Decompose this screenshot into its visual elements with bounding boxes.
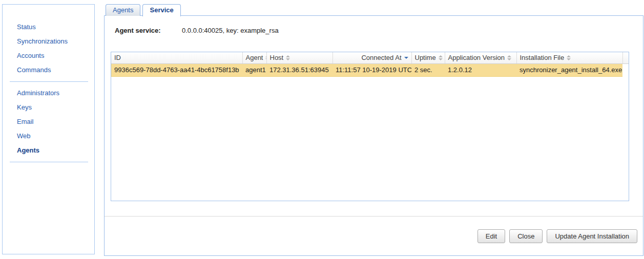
table-header-row: ID Agent Host Connected At <box>111 52 629 63</box>
agent-service-label: Agent service: <box>115 27 161 34</box>
column-header-agent[interactable]: Agent <box>242 52 266 63</box>
sidebar-item-keys[interactable]: Keys <box>3 100 94 115</box>
cell-uptime[interactable]: 2 sec. <box>411 63 445 76</box>
column-label: ID <box>114 54 121 61</box>
edit-button[interactable]: Edit <box>477 229 505 243</box>
sidebar-item-email[interactable]: Email <box>3 115 94 129</box>
column-header-uptime[interactable]: Uptime <box>411 52 445 63</box>
agent-service-line: Agent service: 0.0.0.0:40025, key: examp… <box>115 27 161 34</box>
sort-icon <box>507 55 511 60</box>
sort-icon <box>286 55 290 60</box>
column-header-id[interactable]: ID <box>111 52 242 63</box>
close-button[interactable]: Close <box>509 229 543 243</box>
column-label: Uptime <box>415 54 436 61</box>
main-panel: Agents Service Agent service: 0.0.0.0:40… <box>104 4 643 256</box>
sidebar-item-synchronizations[interactable]: Synchronizations <box>3 34 94 49</box>
sidebar-divider <box>10 81 88 82</box>
tab-bar: Agents Service <box>106 4 181 16</box>
cell-spacer <box>622 63 629 76</box>
column-header-connected-at[interactable]: Connected At <box>333 52 411 63</box>
cell-installation-file[interactable]: synchronizer_agent_install_64.exe <box>516 63 622 76</box>
column-label: Host <box>270 54 284 61</box>
sidebar-item-administrators[interactable]: Administrators <box>3 86 94 100</box>
tab-agents[interactable]: Agents <box>106 4 140 16</box>
table-row[interactable]: 9936c569-78dd-4763-aa41-4bc61758f13b age… <box>111 63 629 76</box>
column-header-spacer <box>622 52 629 63</box>
sidebar: Status Synchronizations Accounts Command… <box>2 4 95 254</box>
column-header-host[interactable]: Host <box>266 52 333 63</box>
cell-id[interactable]: 9936c569-78dd-4763-aa41-4bc61758f13b <box>111 63 242 76</box>
service-tab-panel: Agent service: 0.0.0.0:40025, key: examp… <box>104 15 643 256</box>
agents-table: ID Agent Host Connected At <box>111 52 629 201</box>
sort-icon <box>567 55 571 60</box>
column-label: Agent <box>246 54 263 61</box>
cell-connected-at[interactable]: 11:11:57 10-19-2019 UTC <box>333 63 411 76</box>
column-label: Installation File <box>520 54 565 61</box>
tab-service[interactable]: Service <box>142 4 180 16</box>
cell-application-version[interactable]: 1.2.0.12 <box>445 63 516 76</box>
cell-agent[interactable]: agent1 <box>242 63 266 76</box>
sidebar-divider <box>10 162 88 162</box>
agent-service-value: 0.0.0.0:40025, key: example_rsa <box>182 27 279 34</box>
cell-host[interactable]: 172.31.36.51:63945 <box>266 63 333 76</box>
column-label: Application Version <box>448 54 505 61</box>
footer-buttons: Edit Close Update Agent Installation <box>477 229 637 243</box>
sidebar-item-accounts[interactable]: Accounts <box>3 49 94 63</box>
column-header-application-version[interactable]: Application Version <box>445 52 516 63</box>
sidebar-item-web[interactable]: Web <box>3 129 94 143</box>
footer-separator <box>105 216 643 217</box>
update-agent-installation-button[interactable]: Update Agent Installation <box>547 229 637 243</box>
sidebar-item-commands[interactable]: Commands <box>3 63 94 77</box>
sidebar-item-status[interactable]: Status <box>3 20 94 34</box>
column-label: Connected At <box>361 54 401 61</box>
sidebar-item-agents[interactable]: Agents <box>3 143 94 158</box>
sort-icon <box>439 55 443 60</box>
column-header-installation-file[interactable]: Installation File <box>516 52 622 63</box>
sort-desc-icon <box>404 57 408 59</box>
